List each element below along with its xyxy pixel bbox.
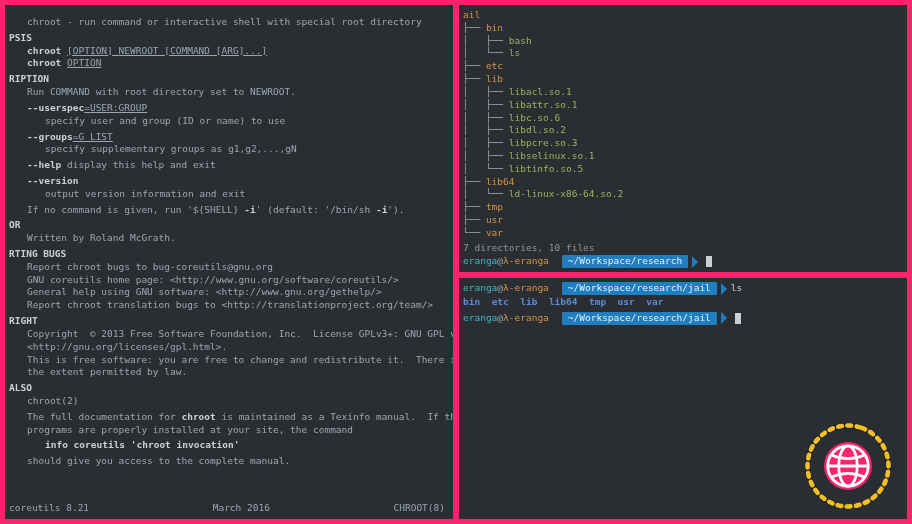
man-copyright-line: Copyright © 2013 Free Software Foundatio… bbox=[9, 328, 445, 341]
man-name-line: chroot - run command or interactive shel… bbox=[9, 16, 445, 29]
man-synopsis-1: chroot [OPTION] NEWROOT [COMMAND [ARG]..… bbox=[9, 45, 445, 58]
path-chip: ~/Workspace/research/jail bbox=[562, 312, 717, 325]
tree-line: │ └── ld-linux-x86-64.so.2 bbox=[463, 188, 903, 201]
tree-line: ├── lib bbox=[463, 73, 903, 86]
man-section-copyright: RIGHT bbox=[9, 315, 445, 328]
tree-line: │ └── libtinfo.so.5 bbox=[463, 163, 903, 176]
man-bug-line: Report chroot bugs to bug-coreutils@gnu.… bbox=[9, 261, 445, 274]
tree-output: ail├── bin│ ├── bash│ └── ls├── etc├── l… bbox=[459, 5, 907, 240]
man-section-author: OR bbox=[9, 219, 445, 232]
man-seealso-1: chroot(2) bbox=[9, 395, 445, 408]
tree-line: │ ├── libacl.so.1 bbox=[463, 86, 903, 99]
man-bug-line: General help using GNU software: <http:/… bbox=[9, 286, 445, 299]
tree-line: │ ├── bash bbox=[463, 35, 903, 48]
tree-line: ├── etc bbox=[463, 60, 903, 73]
man-fulldoc-1: The full documentation for chroot is mai… bbox=[9, 411, 445, 424]
man-fulldoc-3: should give you access to the complete m… bbox=[9, 455, 445, 468]
tree-line: │ ├── libc.so.6 bbox=[463, 112, 903, 125]
tree-line: ├── lib64 bbox=[463, 176, 903, 189]
man-footer-mid: March 2016 bbox=[213, 502, 270, 515]
shell-prompt-research[interactable]: eranga@λ-eranga ~/Workspace/research bbox=[459, 254, 907, 269]
man-opt-userspec-desc: specify user and group (ID or name) to u… bbox=[9, 115, 445, 128]
shell-prompt-jail[interactable]: eranga@λ-eranga ~/Workspace/research/jai… bbox=[463, 312, 903, 325]
man-section-description: RIPTION bbox=[9, 73, 445, 86]
path-chip: ~/Workspace/research/jail bbox=[562, 282, 717, 295]
man-page-pane[interactable]: chroot - run command or interactive shel… bbox=[5, 5, 453, 519]
man-footer-left: coreutils 8.21 bbox=[9, 502, 89, 515]
tree-line: │ ├── libpcre.so.3 bbox=[463, 137, 903, 150]
command-text: ls bbox=[731, 282, 742, 295]
man-opt-groups: --groups=G_LIST bbox=[9, 131, 445, 144]
man-opt-userspec: --userspec=USER:GROUP bbox=[9, 102, 445, 115]
tree-line: │ ├── libselinux.so.1 bbox=[463, 150, 903, 163]
man-synopsis-2: chroot OPTION bbox=[9, 57, 445, 70]
shell-prompt-jail-ls[interactable]: eranga@λ-eranga ~/Workspace/research/jai… bbox=[463, 282, 903, 295]
tree-pane[interactable]: ail├── bin│ ├── bash│ └── ls├── etc├── l… bbox=[459, 5, 907, 272]
man-description-run: Run COMMAND with root directory set to N… bbox=[9, 86, 445, 99]
man-info-command: info coreutils 'chroot invocation' bbox=[9, 439, 445, 452]
tree-line: ├── usr bbox=[463, 214, 903, 227]
man-section-bugs: RTING BUGS bbox=[9, 248, 445, 261]
man-opt-groups-desc: specify supplementary groups as g1,g2,..… bbox=[9, 143, 445, 156]
man-opt-version-desc: output version information and exit bbox=[9, 188, 445, 201]
tree-line: │ ├── libdl.so.2 bbox=[463, 124, 903, 137]
man-fulldoc-2: programs are properly installed at your … bbox=[9, 424, 445, 437]
man-no-command: If no command is given, run '${SHELL} -i… bbox=[9, 204, 445, 217]
man-copyright-line: <http://gnu.org/licenses/gpl.html>. bbox=[9, 341, 445, 354]
man-footer: coreutils 8.21 March 2016 CHROOT(8) bbox=[9, 502, 445, 515]
tree-line: │ ├── libattr.so.1 bbox=[463, 99, 903, 112]
man-footer-right: CHROOT(8) bbox=[394, 502, 445, 515]
man-opt-help: --help display this help and exit bbox=[9, 159, 445, 172]
tree-line: ├── bin bbox=[463, 22, 903, 35]
man-opt-version: --version bbox=[9, 175, 445, 188]
man-bug-line: GNU coreutils home page: <http://www.gnu… bbox=[9, 274, 445, 287]
man-section-synopsis: PSIS bbox=[9, 32, 445, 45]
tree-line: ├── tmp bbox=[463, 201, 903, 214]
cursor-icon bbox=[735, 313, 741, 324]
tree-line: └── var bbox=[463, 227, 903, 240]
tree-line: │ └── ls bbox=[463, 47, 903, 60]
ls-output: bin etc lib lib64 tmp usr var bbox=[463, 296, 903, 309]
man-copyright-line: This is free software: you are free to c… bbox=[9, 354, 445, 367]
man-section-seealso: ALSO bbox=[9, 382, 445, 395]
man-copyright-line: the extent permitted by law. bbox=[9, 366, 445, 379]
cursor-icon bbox=[706, 256, 712, 267]
man-author: Written by Roland McGrath. bbox=[9, 232, 445, 245]
man-bug-line: Report chroot translation bugs to <http:… bbox=[9, 299, 445, 312]
tree-summary: 7 directories, 10 files bbox=[459, 242, 907, 255]
globe-logo-icon bbox=[802, 420, 894, 512]
path-chip: ~/Workspace/research bbox=[562, 255, 688, 268]
